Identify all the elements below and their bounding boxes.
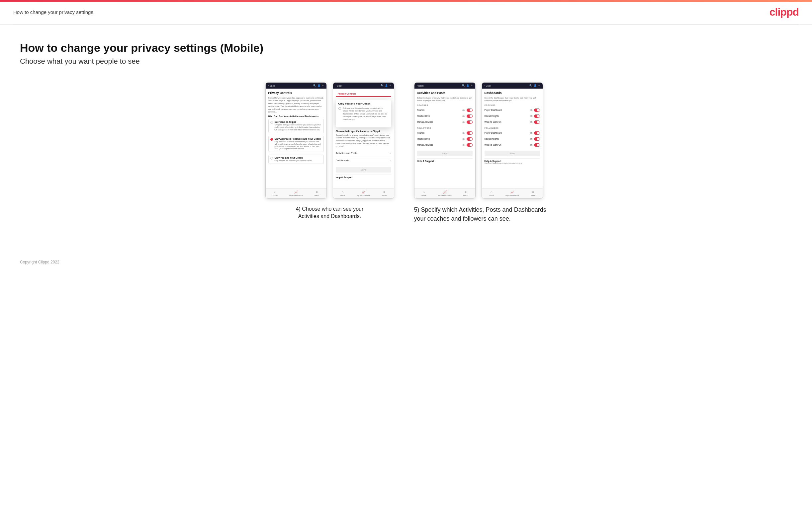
option-followers[interactable]: Only Approved Followers and Your Coach O…: [268, 136, 324, 152]
option-coach-only-desc: Only you and the coaches you connect wit…: [275, 160, 322, 162]
nav-menu-1[interactable]: ≡ Menu: [314, 190, 319, 196]
settings-icon-4[interactable]: ⚛: [538, 84, 540, 87]
save-button-2[interactable]: Save: [336, 167, 391, 173]
option-everyone[interactable]: Everyone on Clippd Everyone on Clippd ca…: [268, 119, 324, 133]
radio-coach-only[interactable]: [270, 157, 273, 160]
nav-home-4[interactable]: ⌂ Home: [489, 190, 494, 196]
home-icon-2: ⌂: [342, 190, 343, 194]
settings-icon[interactable]: ⚛: [322, 84, 324, 87]
round-insights-coaches: Round Insights: [485, 115, 499, 117]
back-button-2[interactable]: ‹ Back: [336, 84, 342, 87]
manual-toggle-followers[interactable]: [467, 143, 472, 147]
phone-body-1: Privacy Controls Control how you and you…: [266, 89, 326, 188]
practice-on-label: ON: [462, 115, 465, 117]
radio-followers[interactable]: [270, 138, 273, 141]
menu-icon-3: ≡: [465, 190, 466, 194]
nav-menu-4[interactable]: ≡ Menu: [531, 190, 536, 196]
coaches-manual-row: Manual Activities ON: [417, 119, 472, 125]
what-to-work-coaches: What To Work On: [485, 121, 502, 123]
save-button-3[interactable]: Save: [417, 151, 472, 156]
nav-performance-3[interactable]: 📈 My Performance: [438, 190, 451, 196]
option-everyone-label: Everyone on Clippd: [275, 121, 322, 123]
search-icon-4[interactable]: 🔍: [529, 84, 532, 87]
profile-icon-4[interactable]: 👤: [534, 84, 537, 87]
activities-description: Select the types of activity that you'd …: [417, 97, 472, 102]
player-dashboard-toggle-followers[interactable]: [534, 131, 540, 135]
practice-toggle-coaches[interactable]: [467, 114, 472, 118]
home-icon: ⌂: [274, 190, 276, 194]
search-icon-2[interactable]: 🔍: [380, 84, 384, 87]
save-button-4[interactable]: Save: [485, 151, 540, 156]
phone-body-3: Activities and Posts Select the types of…: [414, 89, 475, 188]
menu-dashboards[interactable]: Dashboards ›: [336, 157, 391, 164]
performance-icon-4: 📈: [510, 190, 514, 194]
rounds-on-followers: ON: [462, 132, 465, 134]
settings-icon-3[interactable]: ⚛: [471, 84, 472, 87]
search-icon[interactable]: 🔍: [313, 84, 316, 87]
show-hide-desc: Regardless of the privacy controls that …: [336, 134, 391, 148]
dashboards-chevron: ›: [390, 159, 391, 162]
player-dash-on: ON: [530, 109, 532, 111]
round-insights-toggle-followers[interactable]: [534, 137, 540, 141]
back-button-1[interactable]: ‹ Back: [268, 84, 275, 87]
step5-group: ‹ Back 🔍 👤 ⚛ Activities and Posts Select…: [414, 82, 547, 223]
phone-header-3: ‹ Back 🔍 👤 ⚛: [414, 82, 475, 89]
radio-everyone[interactable]: [270, 121, 273, 124]
popup-radio-circle[interactable]: [339, 107, 341, 110]
round-insights-toggle-coaches[interactable]: [534, 114, 540, 118]
what-to-work-toggle-coaches[interactable]: [534, 120, 540, 124]
profile-icon-2[interactable]: 👤: [385, 84, 388, 87]
manual-toggle-coaches[interactable]: [467, 120, 472, 124]
popup-radio[interactable]: Only you and the coaches you connect wit…: [339, 107, 389, 123]
back-button-3[interactable]: ‹ Back: [417, 84, 424, 87]
help-section-2: Help & Support: [336, 174, 391, 178]
search-icon-3[interactable]: 🔍: [462, 84, 465, 87]
page-heading: How to change your privacy settings (Mob…: [20, 42, 792, 54]
practice-toggle-followers[interactable]: [467, 137, 472, 141]
nav-home-1[interactable]: ⌂ Home: [273, 190, 277, 196]
practice-label-coaches: Practice Drills: [417, 115, 430, 117]
nav-menu-2[interactable]: ≡ Menu: [382, 190, 387, 196]
nav-performance-4[interactable]: 📈 My Performance: [505, 190, 519, 196]
player-dashboard-toggle-coaches[interactable]: [534, 109, 540, 112]
dashboards-title: Dashboards: [485, 91, 540, 95]
practice-on-followers: ON: [462, 138, 465, 140]
nav-home-3[interactable]: ⌂ Home: [421, 190, 426, 196]
followers-label-3: FOLLOWERS: [417, 127, 472, 129]
back-button-4[interactable]: ‹ Back: [485, 84, 491, 87]
privacy-controls-tab[interactable]: Privacy Controls: [336, 91, 358, 97]
option-coach-only[interactable]: Only You and Your Coach Only you and the…: [268, 155, 324, 164]
nav-performance-2[interactable]: 📈 My Performance: [357, 190, 370, 196]
settings-icon-2[interactable]: ⚛: [389, 84, 391, 87]
tab-bar-2: Privacy Controls: [336, 91, 391, 97]
nav-performance-1[interactable]: 📈 My Performance: [289, 190, 303, 196]
browser-title: How to change your privacy settings: [13, 9, 93, 15]
performance-icon-3: 📈: [443, 190, 447, 194]
practice-label-followers: Practice Drills: [417, 138, 430, 140]
phone-header-4: ‹ Back 🔍 👤 ⚛: [482, 82, 543, 89]
what-work-on: ON: [530, 121, 532, 123]
followers-manual-row: Manual Activities ON: [417, 142, 472, 148]
what-to-work-toggle-followers[interactable]: [534, 143, 540, 147]
dashboards-label: Dashboards: [336, 159, 349, 162]
profile-icon-3[interactable]: 👤: [466, 84, 469, 87]
nav-menu-3[interactable]: ≡ Menu: [463, 190, 468, 196]
activities-label: Activities and Posts: [336, 152, 357, 155]
header-icons-2: 🔍 👤 ⚛: [380, 84, 391, 87]
manual-on-followers: ON: [462, 144, 465, 146]
followers-player-dashboard-row: Player Dashboard ON: [485, 130, 540, 136]
screenshots-section: ‹ Back 🔍 👤 ⚛ Privacy Controls Control ho…: [20, 82, 792, 223]
performance-icon-2: 📈: [362, 190, 365, 194]
menu-icon-4: ≡: [532, 190, 534, 194]
nav-home-2[interactable]: ⌂ Home: [340, 190, 345, 196]
rounds-toggle-coaches[interactable]: [467, 109, 472, 112]
what-work-on-followers: ON: [530, 144, 532, 146]
rounds-label-coaches: Rounds: [417, 109, 424, 111]
manual-label-coaches: Manual Activities: [417, 121, 433, 123]
menu-activities[interactable]: Activities and Posts ›: [336, 150, 391, 157]
coaches-what-to-work-row: What To Work On ON: [485, 119, 540, 125]
help-title-4: Help & Support: [485, 160, 540, 162]
profile-icon[interactable]: 👤: [317, 84, 320, 87]
rounds-toggle-followers[interactable]: [467, 131, 472, 135]
help-title-2: Help & Support: [336, 176, 391, 178]
